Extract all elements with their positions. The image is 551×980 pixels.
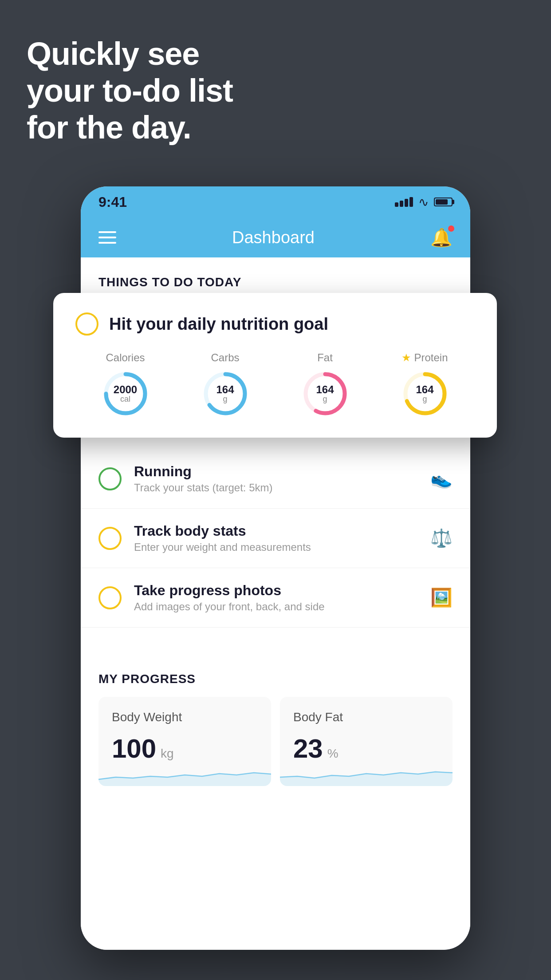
nutrition-item-calories: Calories 2000 cal — [101, 352, 150, 418]
todo-content-body-stats: Track body stats Enter your weight and m… — [134, 523, 430, 553]
progress-header: MY PROGRESS — [81, 663, 470, 697]
todo-item-body-stats[interactable]: Track body stats Enter your weight and m… — [81, 509, 470, 568]
fat-ring: 164 g — [301, 369, 350, 418]
person-icon: 🖼️ — [430, 587, 453, 608]
menu-icon[interactable] — [98, 231, 116, 244]
star-icon: ★ — [401, 352, 411, 364]
nutrition-item-carbs: Carbs 164 g — [201, 352, 250, 418]
nutrition-card-title: Hit your daily nutrition goal — [109, 315, 328, 334]
body-weight-unit: kg — [161, 747, 174, 761]
protein-ring: 164 g — [401, 369, 449, 418]
fat-label: Fat — [317, 352, 333, 364]
status-time: 9:41 — [98, 194, 127, 210]
nutrition-row: Calories 2000 cal Carbs — [75, 352, 475, 418]
scale-icon: ⚖️ — [430, 528, 453, 549]
todo-subtitle-body-stats: Enter your weight and measurements — [134, 541, 430, 553]
carbs-label: Carbs — [211, 352, 239, 364]
protein-unit: g — [416, 395, 433, 403]
body-weight-chart — [98, 759, 271, 786]
calories-label: Calories — [106, 352, 145, 364]
todo-item-progress-photos[interactable]: Take progress photos Add images of your … — [81, 568, 470, 628]
notification-dot — [448, 225, 454, 232]
fat-value: 164 — [316, 384, 334, 395]
nutrition-card: Hit your daily nutrition goal Calories 2… — [53, 293, 497, 438]
nav-title: Dashboard — [232, 228, 315, 247]
signal-icon — [395, 197, 413, 207]
todo-checkbox-photos[interactable] — [98, 586, 122, 609]
carbs-unit: g — [216, 395, 234, 403]
nutrition-item-fat: Fat 164 g — [301, 352, 350, 418]
shoe-icon: 👟 — [430, 468, 453, 489]
carbs-ring: 164 g — [201, 369, 250, 418]
protein-label: Protein — [414, 352, 448, 364]
todo-subtitle-photos: Add images of your front, back, and side — [134, 601, 430, 613]
body-weight-label: Body Weight — [112, 710, 258, 724]
calories-unit: cal — [114, 395, 137, 403]
notification-bell-icon[interactable]: 🔔 — [430, 227, 453, 248]
body-fat-chart — [280, 759, 453, 786]
body-fat-unit: % — [327, 747, 338, 761]
status-icons: ∿ — [395, 195, 453, 209]
todo-list: Running Track your stats (target: 5km) 👟… — [81, 449, 470, 628]
todo-subtitle-running: Track your stats (target: 5km) — [134, 482, 430, 494]
calories-ring: 2000 cal — [101, 369, 150, 418]
nutrition-item-protein: ★ Protein 164 g — [401, 352, 449, 418]
body-fat-label: Body Fat — [293, 710, 439, 724]
progress-cards: Body Weight 100 kg Body Fat — [81, 697, 470, 804]
todo-checkbox-body-stats[interactable] — [98, 527, 122, 550]
hero-title: Quickly see your to-do list for the day. — [27, 36, 233, 146]
body-weight-card[interactable]: Body Weight 100 kg — [98, 697, 271, 786]
protein-value: 164 — [416, 384, 433, 395]
status-bar: 9:41 ∿ — [81, 186, 470, 217]
carbs-value: 164 — [216, 384, 234, 395]
todo-checkbox-running[interactable] — [98, 467, 122, 490]
nav-bar: Dashboard 🔔 — [81, 217, 470, 257]
nutrition-checkbox[interactable] — [75, 312, 98, 336]
todo-title-body-stats: Track body stats — [134, 523, 430, 539]
card-title-row: Hit your daily nutrition goal — [75, 312, 475, 336]
todo-title-running: Running — [134, 463, 430, 480]
progress-section: MY PROGRESS Body Weight 100 kg — [81, 654, 470, 813]
wifi-icon: ∿ — [418, 195, 429, 209]
fat-unit: g — [316, 395, 334, 403]
calories-value: 2000 — [114, 384, 137, 395]
todo-item-running[interactable]: Running Track your stats (target: 5km) 👟 — [81, 449, 470, 509]
battery-icon — [434, 198, 453, 206]
todo-content-running: Running Track your stats (target: 5km) — [134, 463, 430, 494]
todo-title-photos: Take progress photos — [134, 582, 430, 599]
todo-content-photos: Take progress photos Add images of your … — [134, 582, 430, 613]
things-today-header: THINGS TO DO TODAY — [81, 257, 470, 298]
body-fat-card[interactable]: Body Fat 23 % — [280, 697, 453, 786]
